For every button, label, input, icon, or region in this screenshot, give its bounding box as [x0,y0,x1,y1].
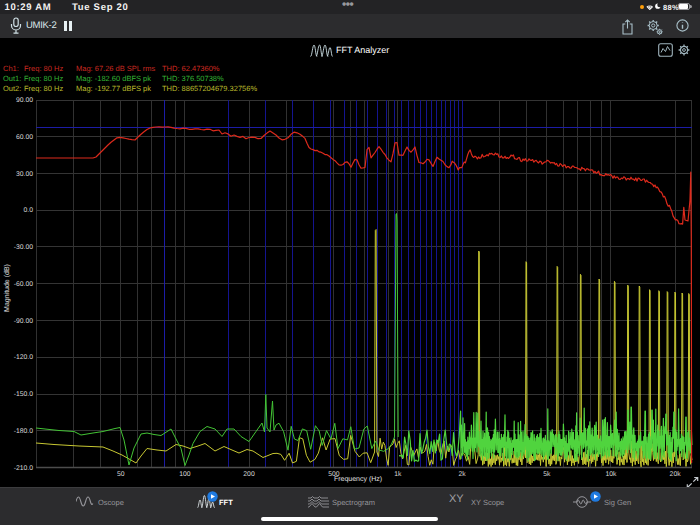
svg-text:0.0: 0.0 [24,207,34,214]
svg-text:60.00: 60.00 [16,134,33,141]
svg-text:50: 50 [117,471,125,478]
svg-text:100: 100 [179,471,191,478]
svg-text:-150.0: -150.0 [14,391,33,398]
svg-text:20k: 20k [670,471,682,478]
svg-text:-120.0: -120.0 [14,354,33,361]
svg-text:Magnitude (dB): Magnitude (dB) [3,264,11,312]
svg-text:-210.0: -210.0 [14,465,33,472]
svg-text:-90.00: -90.00 [14,318,33,325]
svg-text:30.00: 30.00 [16,171,33,178]
svg-text:1k: 1k [394,471,402,478]
svg-text:2k: 2k [459,471,467,478]
svg-text:-60.00: -60.00 [14,281,33,288]
svg-text:-180.0: -180.0 [14,428,33,435]
svg-text:5k: 5k [543,471,551,478]
svg-text:90.00: 90.00 [16,97,33,104]
svg-text:-30.00: -30.00 [14,244,33,251]
svg-text:10k: 10k [606,471,618,478]
svg-text:200: 200 [243,471,255,478]
svg-text:Frequency (Hz): Frequency (Hz) [334,475,382,483]
